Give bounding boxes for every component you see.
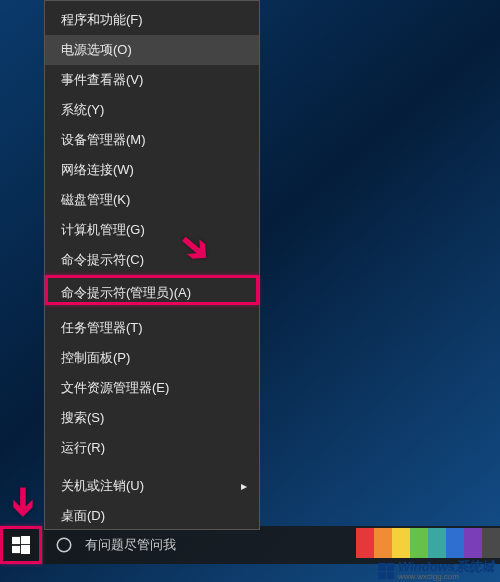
svg-rect-0: [12, 537, 20, 544]
menu-item-command-prompt[interactable]: 命令提示符(C): [45, 245, 259, 275]
menu-item-file-explorer[interactable]: 文件资源管理器(E): [45, 373, 259, 403]
winx-context-menu: 程序和功能(F) 电源选项(O) 事件查看器(V) 系统(Y) 设备管理器(M)…: [44, 0, 260, 530]
menu-item-search[interactable]: 搜索(S): [45, 403, 259, 433]
swatch: [374, 528, 392, 558]
svg-rect-2: [12, 546, 20, 553]
cortana-search-box[interactable]: 有问题尽管问我: [42, 526, 272, 564]
search-placeholder: 有问题尽管问我: [85, 536, 176, 554]
menu-item-network-connections[interactable]: 网络连接(W): [45, 155, 259, 185]
annotation-swatch-strip: [356, 528, 500, 558]
menu-item-power-options[interactable]: 电源选项(O): [45, 35, 259, 65]
menu-item-desktop[interactable]: 桌面(D): [45, 501, 259, 531]
menu-item-computer-management[interactable]: 计算机管理(G): [45, 215, 259, 245]
watermark: Windows系统城 www.wxclgg.com: [378, 560, 494, 582]
svg-point-4: [57, 538, 71, 552]
menu-item-device-manager[interactable]: 设备管理器(M): [45, 125, 259, 155]
swatch: [482, 528, 500, 558]
swatch: [428, 528, 446, 558]
menu-item-programs-and-features[interactable]: 程序和功能(F): [45, 5, 259, 35]
menu-item-task-manager[interactable]: 任务管理器(T): [45, 313, 259, 343]
swatch: [410, 528, 428, 558]
swatch: [446, 528, 464, 558]
menu-item-disk-management[interactable]: 磁盘管理(K): [45, 185, 259, 215]
watermark-url: www.wxclgg.com: [398, 573, 494, 581]
menu-item-command-prompt-admin[interactable]: 命令提示符(管理员)(A): [45, 275, 259, 305]
menu-item-control-panel[interactable]: 控制面板(P): [45, 343, 259, 373]
menu-item-system[interactable]: 系统(Y): [45, 95, 259, 125]
windows-flag-icon: [378, 563, 394, 579]
swatch: [356, 528, 374, 558]
cortana-icon: [55, 536, 73, 554]
swatch: [392, 528, 410, 558]
menu-item-event-viewer[interactable]: 事件查看器(V): [45, 65, 259, 95]
svg-rect-1: [21, 536, 30, 544]
svg-rect-3: [21, 545, 30, 554]
swatch: [464, 528, 482, 558]
windows-logo-icon: [12, 536, 30, 554]
menu-item-shutdown-or-signout[interactable]: 关机或注销(U): [45, 471, 259, 501]
start-button[interactable]: [0, 526, 42, 564]
annotation-arrow-icon: ➔: [2, 486, 46, 518]
menu-item-run[interactable]: 运行(R): [45, 433, 259, 463]
